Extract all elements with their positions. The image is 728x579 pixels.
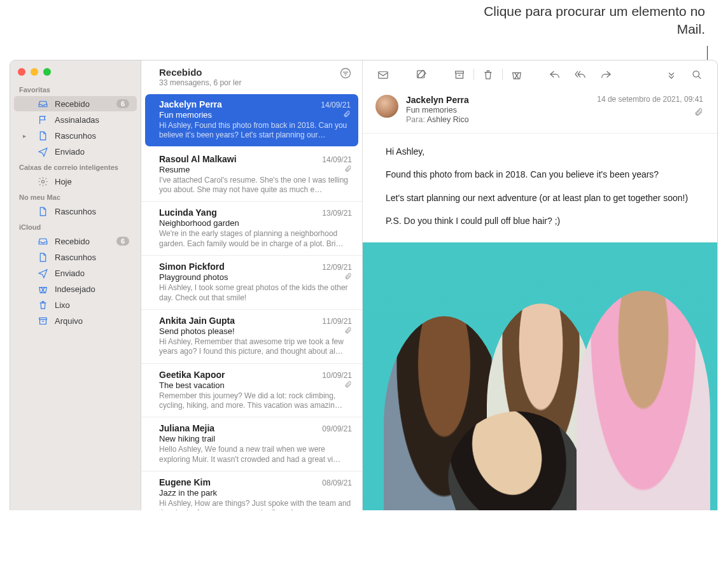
message-row[interactable]: Ankita Jain Gupta11/09/21Send photos ple… [141, 310, 362, 364]
list-subtitle: 33 mensagens, 6 por ler [159, 78, 339, 87]
sidebar-item-sent[interactable]: Enviado [14, 144, 137, 159]
subject: The best vacation [159, 380, 340, 390]
message-row[interactable]: Juliana Mejia09/09/21New hiking trailHel… [141, 417, 362, 471]
body-paragraph: P.S. Do you think I could pull off blue … [386, 214, 698, 227]
from: Geetika Kapoor [159, 370, 322, 380]
toolbar-separator [502, 69, 503, 80]
from: Eugene Kim [159, 477, 322, 487]
message-row[interactable]: Jackelyn Perra14/09/21Fun memoriesHi Ash… [145, 94, 358, 146]
compose-button[interactable] [409, 65, 434, 84]
attachment-icon [344, 326, 352, 336]
avatar [375, 95, 398, 118]
close-button[interactable] [18, 68, 25, 76]
svg-rect-1 [39, 317, 46, 319]
preview: Hi Ashley, How are things? Just spoke wi… [159, 499, 352, 510]
sidebar-item-mac-drafts[interactable]: Rascunhos [14, 204, 137, 219]
attachment-icon [343, 110, 351, 120]
message-body: Hi Ashley,Found this photo from back in … [363, 134, 717, 237]
sidebar-item-icloud-inbox[interactable]: Recebido 6 [14, 234, 137, 249]
forward-button[interactable] [593, 65, 619, 84]
attachment-icon [344, 272, 352, 282]
document-icon [37, 206, 48, 217]
message-row[interactable]: Geetika Kapoor10/09/21The best vacationR… [141, 364, 362, 418]
subject: Playground photos [159, 272, 340, 282]
sidebar-item-label: Recebido [55, 99, 110, 109]
date: 08/09/21 [322, 478, 352, 487]
gear-icon [37, 176, 48, 187]
sidebar-item-today[interactable]: Hoje [14, 174, 137, 189]
attachment-icon [344, 380, 352, 390]
body-paragraph: Hi Ashley, [386, 145, 698, 158]
message-row[interactable]: Lucinda Yang13/09/21Neighborhood gardenW… [141, 202, 362, 256]
date: 14/09/21 [322, 155, 352, 164]
sidebar-item-label: Recebido [55, 237, 110, 246]
reader-pane: Jackelyn Perra Fun memories Para: Ashley… [363, 60, 717, 510]
from: Lucinda Yang [159, 207, 322, 218]
from: Simon Pickford [159, 262, 322, 272]
message-header: Jackelyn Perra Fun memories Para: Ashley… [363, 88, 717, 134]
filter-button[interactable] [339, 67, 352, 81]
body-paragraph: Let's start planning our next adventure … [386, 192, 698, 204]
window-controls [10, 66, 141, 82]
subject: New hiking trail [159, 434, 352, 443]
sent-icon [37, 146, 48, 157]
sidebar-item-icloud-trash[interactable]: Lixo [14, 297, 137, 312]
disclosure-triangle[interactable]: ▸ [23, 132, 31, 139]
archive-icon [37, 315, 48, 326]
preview: Hi Ashley, Remember that awesome trip we… [159, 337, 352, 357]
sidebar-section-onmymac: No meu Mac [10, 190, 141, 203]
delete-button[interactable] [475, 65, 501, 84]
message-row[interactable]: Simon Pickford12/09/21Playground photosH… [141, 256, 362, 310]
document-icon [37, 251, 48, 263]
svg-point-0 [41, 180, 44, 183]
archive-button[interactable] [447, 65, 472, 84]
sidebar-section-favorites: Favoritas [10, 82, 141, 95]
preview: Hello Ashley, We found a new trail when … [159, 445, 352, 464]
sidebar-item-icloud-sent[interactable]: Enviado [14, 265, 137, 281]
subject: Resume [159, 165, 340, 174]
sidebar-item-label: Rascunhos [55, 253, 129, 262]
message-list-pane: Recebido 33 mensagens, 6 por ler Jackely… [141, 60, 363, 510]
message-list[interactable]: Jackelyn Perra14/09/21Fun memoriesHi Ash… [141, 92, 362, 510]
flag-icon [37, 114, 48, 125]
minimize-button[interactable] [31, 68, 38, 76]
callout-text: Clique para procurar um elemento no Mail… [463, 3, 705, 39]
attachment-icon[interactable] [597, 108, 703, 118]
toolbar [363, 60, 717, 88]
more-button[interactable] [659, 65, 684, 84]
list-title: Recebido [159, 67, 339, 78]
sidebar-item-flagged[interactable]: Assinaladas [14, 112, 137, 127]
sidebar-section-smart: Caixas de correio inteligentes [10, 160, 141, 173]
zoom-button[interactable] [43, 68, 51, 76]
message-row[interactable]: Eugene Kim08/09/21Jazz in the parkHi Ash… [141, 471, 362, 510]
reply-button[interactable] [542, 65, 568, 84]
sidebar-item-label: Rascunhos [55, 207, 129, 216]
date: 11/09/21 [322, 317, 352, 326]
preview: We're in the early stages of planning a … [159, 229, 352, 249]
message-row[interactable]: Rasoul Al Malkawi14/09/21ResumeI've atta… [141, 148, 362, 202]
search-button[interactable] [684, 65, 710, 84]
preview: I've attached Carol's resume. She's the … [159, 176, 352, 195]
svg-point-6 [693, 71, 699, 77]
attachment-photo[interactable] [363, 242, 717, 510]
sidebar-item-label: Lixo [55, 300, 129, 310]
subject: Send photos please! [159, 326, 340, 336]
sidebar-item-drafts[interactable]: ▸ Rascunhos [14, 128, 137, 143]
sidebar-item-icloud-archive[interactable]: Arquivo [14, 313, 137, 328]
sidebar-item-inbox[interactable]: Recebido 6 [14, 96, 137, 111]
mark-read-button[interactable] [370, 65, 396, 84]
reply-all-button[interactable] [568, 65, 593, 84]
svg-rect-3 [379, 71, 388, 78]
message-date: 14 de setembro de 2021, 09:41 [597, 95, 703, 104]
sidebar-item-icloud-junk[interactable]: Indesejado [14, 281, 137, 296]
junk-button[interactable] [504, 65, 529, 84]
sidebar-item-icloud-drafts[interactable]: Rascunhos [14, 249, 137, 265]
preview: Hi Ashley, I took some great photos of t… [159, 283, 352, 303]
to-value: Ashley Rico [427, 115, 469, 124]
to-label: Para: [406, 115, 427, 124]
sidebar-item-label: Assinaladas [55, 115, 129, 125]
unread-badge: 6 [116, 237, 129, 246]
trash-icon [37, 299, 48, 310]
subject: Neighborhood garden [159, 218, 352, 228]
from: Jackelyn Perra [159, 99, 321, 109]
